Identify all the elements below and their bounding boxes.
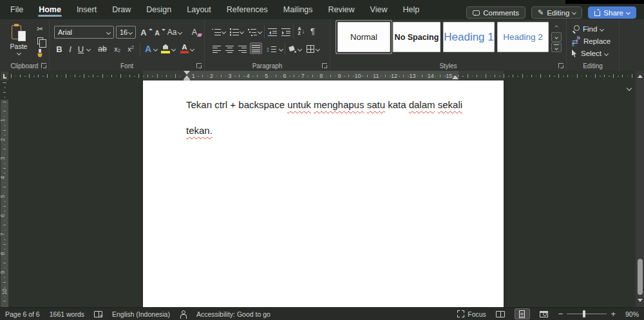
align-left-button[interactable] xyxy=(211,43,222,55)
borders-dropdown-icon[interactable] xyxy=(316,47,320,52)
grow-font-button[interactable]: A xyxy=(138,26,149,38)
bold-button[interactable]: B xyxy=(55,43,64,55)
shading-dropdown-icon[interactable] xyxy=(298,47,302,52)
focus-mode-button[interactable]: Focus xyxy=(457,310,486,318)
strikethrough-button[interactable]: ab xyxy=(96,43,109,55)
zoom-slider-handle[interactable] xyxy=(583,310,585,317)
line-spacing-button[interactable]: ↕ xyxy=(264,43,278,55)
scroll-up-arrow[interactable] xyxy=(638,75,643,78)
clear-formatting-button[interactable]: A xyxy=(187,26,202,38)
accessibility-status[interactable]: Accessibility: Good to go xyxy=(196,310,270,318)
menu-tab-design[interactable]: Design xyxy=(146,1,172,18)
font-size-combo[interactable]: 16 xyxy=(116,26,136,39)
decrease-indent-button[interactable] xyxy=(267,26,278,38)
highlight-dropdown-icon[interactable] xyxy=(171,47,176,52)
menu-tab-layout[interactable]: Layout xyxy=(186,1,212,18)
format-painter-button[interactable] xyxy=(33,48,46,59)
comments-button[interactable]: Comments xyxy=(466,6,526,19)
zoom-level[interactable]: 90% xyxy=(622,310,639,318)
vertical-scrollbar[interactable] xyxy=(636,71,644,307)
font-color-button[interactable]: A xyxy=(180,42,189,54)
styles-scroll-up-button[interactable] xyxy=(551,22,562,32)
menu-tab-help[interactable]: Help xyxy=(402,1,420,18)
sort-button[interactable]: AZ ↓ xyxy=(296,25,307,37)
align-center-button[interactable] xyxy=(224,43,235,55)
misspelled-word[interactable]: menghapus xyxy=(314,99,364,110)
page-count[interactable]: Page 6 of 6 xyxy=(5,310,40,318)
multilevel-dropdown-icon[interactable] xyxy=(258,30,262,34)
collapse-ribbon-button[interactable] xyxy=(627,81,631,93)
misspelled-word[interactable]: tekan. xyxy=(186,125,213,136)
document-line[interactable]: Tekan ctrl + backspace untuk menghapus s… xyxy=(186,92,504,118)
menu-tab-draw[interactable]: Draw xyxy=(111,1,131,18)
scroll-down-arrow[interactable] xyxy=(638,299,643,302)
menu-tab-review[interactable]: Review xyxy=(328,1,355,18)
print-layout-button[interactable] xyxy=(515,308,530,319)
subscript-button[interactable]: x2 xyxy=(112,43,122,55)
proofing-errors-icon[interactable] xyxy=(94,311,102,317)
document-line[interactable]: tekan. xyxy=(186,118,504,144)
misspelled-word[interactable]: dalam xyxy=(409,99,435,110)
styles-scroll-down-button[interactable] xyxy=(551,32,562,42)
find-button[interactable]: Find xyxy=(572,24,603,34)
text-effects-button[interactable]: A xyxy=(144,43,153,55)
font-family-combo[interactable]: Arial xyxy=(54,26,114,39)
cut-button[interactable]: ✂ xyxy=(33,23,46,34)
menu-tab-references[interactable]: References xyxy=(226,1,269,18)
editing-mode-button[interactable]: ✎ Editing xyxy=(531,6,582,19)
underline-dropdown-icon[interactable] xyxy=(86,47,91,52)
language-indicator[interactable]: English (Indonesia) xyxy=(112,310,170,318)
zoom-slider[interactable] xyxy=(567,314,607,315)
replace-button[interactable]: ⇄bc Replace xyxy=(572,36,611,46)
font-dialog-launcher[interactable] xyxy=(196,63,202,68)
show-formatting-button[interactable]: ¶ xyxy=(308,25,317,37)
style-card-heading-1[interactable]: Heading 1 xyxy=(443,22,495,52)
style-card-no-spacing[interactable]: No Spacing xyxy=(393,22,440,52)
scrollbar-thumb[interactable] xyxy=(638,259,643,295)
misspelled-word[interactable]: sekali xyxy=(438,99,462,110)
document-page[interactable]: Tekan ctrl + backspace untuk menghapus s… xyxy=(143,80,504,307)
font-color-dropdown-icon[interactable] xyxy=(190,47,194,52)
highlight-color-button[interactable] xyxy=(160,42,171,54)
right-indent-marker[interactable] xyxy=(452,75,459,79)
menu-tab-insert[interactable]: Insert xyxy=(76,1,97,18)
menu-tab-home[interactable]: Home xyxy=(38,1,62,18)
styles-more-button[interactable] xyxy=(551,42,562,52)
misspelled-word[interactable]: satu xyxy=(367,99,385,110)
italic-button[interactable]: I xyxy=(66,43,74,55)
copy-button[interactable] xyxy=(33,35,46,46)
read-mode-button[interactable] xyxy=(493,308,508,319)
style-card-normal[interactable]: Normal xyxy=(337,22,390,52)
bullets-button[interactable] xyxy=(211,26,221,38)
zoom-out-button[interactable]: − xyxy=(558,311,564,317)
shrink-font-button[interactable]: A xyxy=(153,27,162,39)
share-button[interactable]: Share xyxy=(588,6,636,19)
increase-indent-button[interactable] xyxy=(280,26,291,38)
select-button[interactable]: Select xyxy=(572,48,608,59)
bullets-dropdown-icon[interactable] xyxy=(222,30,226,34)
misspelled-word[interactable]: untuk xyxy=(287,99,311,110)
underline-button[interactable]: U xyxy=(77,43,85,55)
multilevel-list-button[interactable] xyxy=(247,26,257,38)
superscript-button[interactable]: x2 xyxy=(126,43,136,55)
clipboard-dialog-launcher[interactable] xyxy=(41,63,46,68)
shading-button[interactable] xyxy=(287,43,297,55)
numbering-dropdown-icon[interactable] xyxy=(240,30,244,34)
styles-dialog-launcher[interactable] xyxy=(558,63,564,68)
menu-tab-mailings[interactable]: Mailings xyxy=(283,1,314,18)
zoom-in-button[interactable]: + xyxy=(611,311,616,317)
menu-tab-file[interactable]: File xyxy=(10,1,24,18)
numbering-button[interactable] xyxy=(229,26,239,38)
paragraph-dialog-launcher[interactable] xyxy=(322,63,327,68)
tab-stop-selector[interactable] xyxy=(1,71,8,80)
text-effects-dropdown-icon[interactable] xyxy=(153,47,158,52)
first-line-indent-marker[interactable] xyxy=(184,71,190,75)
web-layout-button[interactable] xyxy=(536,308,552,319)
style-card-heading-2[interactable]: Heading 2 xyxy=(497,22,549,52)
menu-tab-view[interactable]: View xyxy=(370,1,388,18)
align-right-button[interactable] xyxy=(237,43,248,55)
word-count[interactable]: 1661 words xyxy=(50,310,84,318)
justify-button[interactable] xyxy=(250,42,262,54)
change-case-button[interactable]: Aa xyxy=(166,26,184,38)
document-text[interactable]: Tekan ctrl + backspace untuk menghapus s… xyxy=(143,80,504,144)
